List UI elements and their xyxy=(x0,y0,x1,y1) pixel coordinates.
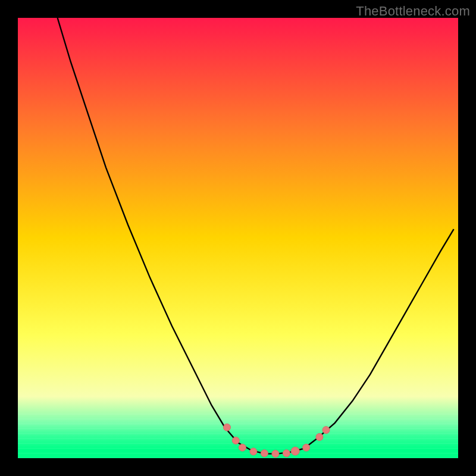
curve-marker xyxy=(316,433,323,440)
curve-marker xyxy=(250,448,257,455)
bottleneck-chart xyxy=(0,0,476,476)
plot-area xyxy=(18,18,458,458)
curve-marker xyxy=(322,427,330,434)
curve-marker xyxy=(261,450,268,457)
watermark-text: TheBottleneck.com xyxy=(356,4,470,19)
curve-marker xyxy=(303,444,310,451)
chart-stage: TheBottleneck.com xyxy=(0,0,476,476)
curve-marker xyxy=(291,447,299,455)
curve-marker xyxy=(272,450,279,458)
curve-marker xyxy=(232,437,239,444)
curve-marker xyxy=(224,424,231,431)
curve-marker xyxy=(239,444,246,451)
curve-marker xyxy=(283,450,290,457)
